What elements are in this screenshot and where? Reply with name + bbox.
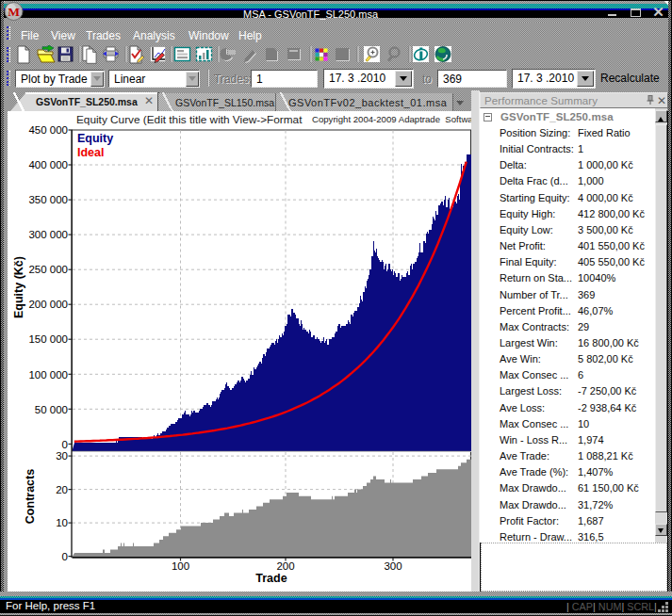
svg-text:100: 100	[172, 560, 189, 572]
svg-text:400 000: 400 000	[28, 159, 68, 170]
svg-text:450 000: 450 000	[28, 124, 68, 136]
svg-text:350 000: 350 000	[28, 194, 68, 205]
svg-text:Trade: Trade	[255, 572, 287, 585]
svg-text:0: 0	[62, 439, 68, 450]
svg-text:Equity Curve (Edit this title: Equity Curve (Edit this title with View-…	[76, 113, 303, 126]
svg-text:Equity: Equity	[77, 132, 113, 145]
svg-text:Equity (Kč): Equity (Kč)	[12, 256, 25, 318]
svg-text:Copyright 2004-2009 Adaptrade: Copyright 2004-2009 Adaptrade Software	[312, 114, 481, 124]
svg-text:0: 0	[62, 551, 68, 562]
svg-text:300: 300	[384, 560, 402, 572]
svg-text:150 000: 150 000	[28, 333, 68, 345]
svg-text:10: 10	[56, 517, 68, 528]
svg-text:50 000: 50 000	[35, 404, 68, 415]
svg-text:300 000: 300 000	[28, 229, 68, 240]
svg-text:30: 30	[56, 450, 68, 462]
svg-text:Contracts: Contracts	[24, 469, 37, 524]
svg-text:100 000: 100 000	[28, 369, 68, 381]
svg-text:Ideal: Ideal	[77, 146, 105, 159]
svg-text:200 000: 200 000	[28, 299, 68, 310]
svg-text:200: 200	[276, 560, 294, 572]
svg-text:20: 20	[56, 484, 68, 495]
svg-text:250 000: 250 000	[28, 264, 68, 275]
